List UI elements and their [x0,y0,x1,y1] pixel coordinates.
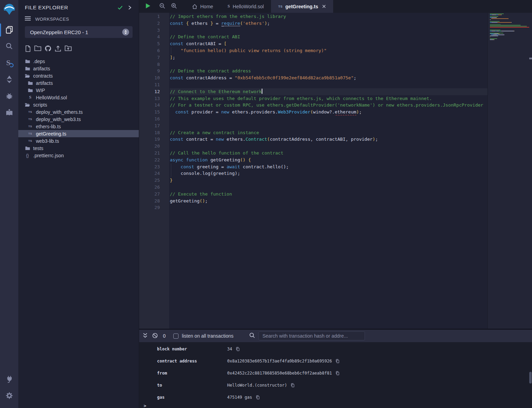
activity-learneth[interactable] [0,105,18,121]
code-line-3[interactable]: 3 [139,27,487,34]
line-number: 24 [139,170,160,177]
code-line-16[interactable]: 16 [139,116,487,122]
minimap[interactable] [487,13,532,329]
code-line-15[interactable]: 15 const provider = new ethers.providers… [139,109,487,116]
scrollbar-thumb[interactable] [529,372,532,384]
minimap-line [490,16,529,16]
code-line-17[interactable]: 17 [139,122,487,129]
code-line-11[interactable]: 11 [139,81,487,88]
typescript-file-icon: TS [28,139,33,142]
github-sync-button[interactable] [45,45,51,53]
tree-item-HelloWorld.sol[interactable]: SHelloWorld.sol [18,94,139,101]
code-line-29[interactable]: 29 [139,204,487,211]
activity-settings[interactable] [0,388,18,404]
code-line-28[interactable]: 28getGreeting(); [139,198,487,205]
code-line-18[interactable]: 18// Create a new contract instance [139,129,487,136]
code-line-13[interactable]: 13// This example uses the default provi… [139,95,487,102]
activity-solidity-compiler[interactable]: S [0,55,18,71]
code-line-4[interactable]: 4// Define the contract ABI [139,33,487,40]
activity-plugin-manager[interactable] [0,371,18,387]
tab-Home[interactable]: Home [185,0,220,13]
activity-search[interactable] [0,39,18,54]
tab-getGreeting.ts[interactable]: TSgetGreeting.ts [271,0,333,13]
remix-ide-window: S [0,0,532,408]
run-script-button[interactable] [144,2,151,10]
code-line-8[interactable]: 8 [139,61,487,68]
code-line-21[interactable]: 21// Call the hello function of the cont… [139,150,487,157]
tab-label: Home [200,4,213,9]
new-folder-button[interactable] [34,45,41,53]
zoom-out-button[interactable] [159,3,165,10]
scrollbar-fragment[interactable] [529,58,532,59]
upload-folder-button[interactable] [65,45,72,53]
line-number: 25 [139,177,160,184]
activity-debugger[interactable] [0,88,18,104]
listen-label: listen on all transactions [182,333,233,339]
tree-item-tests[interactable]: tests [18,145,139,152]
copy-icon[interactable] [335,371,340,376]
line-number: 2 [139,20,160,27]
close-tab-icon[interactable] [322,4,326,8]
copy-icon[interactable] [335,359,340,364]
upload-file-button[interactable] [55,45,61,53]
copy-icon[interactable] [235,347,240,351]
clear-console-button[interactable] [152,333,158,339]
line-content: const provider = new ethers.providers.We… [170,109,487,116]
typescript-file-icon: TS [28,132,33,135]
tree-item-web3-lib.ts[interactable]: TSweb3-lib.ts [18,137,139,145]
terminal-search-input[interactable] [259,331,365,340]
code-line-19[interactable]: 19const contract = new ethers.Contract(c… [139,136,487,143]
tree-item-ethers-lib.ts[interactable]: TSethers-lib.ts [18,123,139,130]
confirm-check-icon[interactable] [117,5,123,10]
code-line-22[interactable]: 22async function getGreeting() { [139,157,487,163]
activity-deploy-run[interactable] [0,72,18,88]
folder-icon [25,67,30,71]
code-line-2[interactable]: 2const { ethers } = require…('ethers'); [139,20,487,27]
code-line-1[interactable]: 1// Import ethers from the ethers.js lib… [139,13,487,20]
line-content [170,116,487,122]
line-content: "function hello() public view returns (s… [170,47,487,54]
workspaces-menu-icon[interactable] [25,16,31,22]
copy-icon[interactable] [290,383,295,388]
tree-item-deploy_with_ethers.ts[interactable]: TSdeploy_with_ethers.ts [18,108,139,116]
tree-item-WIP[interactable]: WIP [18,87,139,94]
line-number: 26 [139,184,160,191]
code-line-5[interactable]: 5const contractABI = [ [139,40,487,47]
tree-item-artifacts[interactable]: artifacts [18,79,139,87]
code-line-7[interactable]: 7]; [139,54,487,61]
listen-checkbox[interactable] [173,334,178,339]
workspace-select[interactable]: OpenZeppelin ERC20 - 1 [25,26,133,38]
code-line-20[interactable]: 20 [139,143,487,150]
editor-body: 1// Import ethers from the ethers.js lib… [139,13,532,329]
workspace-switch-icon[interactable] [122,29,129,36]
code-line-12[interactable]: 12// Connect to the Ethereum network [139,88,487,95]
expand-terminal-button[interactable] [143,332,148,339]
activity-file-explorer[interactable] [0,22,18,38]
zoom-in-button[interactable] [171,3,177,10]
new-file-button[interactable] [25,45,31,53]
tree-item-contracts[interactable]: contracts [18,72,139,79]
tree-item-.deps[interactable]: .deps [18,58,139,65]
code-line-9[interactable]: 9// Define the contract address [139,68,487,74]
tree-item-deploy_with_web3.ts[interactable]: TSdeploy_with_web3.ts [18,116,139,123]
tab-HelloWorld.sol[interactable]: SHelloWorld.sol [220,0,271,13]
code-line-25[interactable]: 25} [139,177,487,184]
code-line-23[interactable]: 23 const greeting = await contract.hello… [139,163,487,170]
chevron-right-icon[interactable] [128,5,132,10]
code-line-24[interactable]: 24 console.log(greeting); [139,170,487,177]
terminal-prompt[interactable]: > [139,403,532,408]
copy-icon[interactable] [255,395,260,400]
remix-logo[interactable] [0,2,18,17]
code-area[interactable]: 1// Import ethers from the ethers.js lib… [139,13,487,329]
tree-item-artifacts[interactable]: artifacts [18,65,139,72]
code-line-6[interactable]: 6 "function hello() public view returns … [139,47,487,54]
code-line-26[interactable]: 26 [139,184,487,191]
book-icon [5,108,13,118]
code-line-14[interactable]: 14// For a testnet or custom RPC, use et… [139,102,487,109]
tree-item-getGreeting.ts[interactable]: TSgetGreeting.ts [18,130,139,137]
tree-item-.prettierrc.json[interactable]: {}.prettierrc.json [18,152,139,159]
line-number: 5 [139,40,160,47]
code-line-10[interactable]: 10const contractAddress = "0xb54febb5c0c… [139,74,487,81]
code-line-27[interactable]: 27// Execute the function [139,191,487,198]
tree-item-scripts[interactable]: scripts [18,101,139,108]
